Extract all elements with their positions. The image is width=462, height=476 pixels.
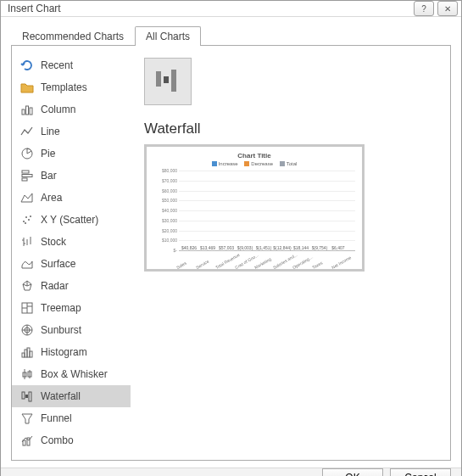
svg-rect-4 — [22, 171, 29, 173]
pie-icon — [20, 147, 34, 160]
sidebar-item-label: Sunburst — [41, 324, 81, 336]
sidebar-item-label: Stock — [41, 236, 66, 248]
histogram-icon — [20, 345, 34, 359]
sidebar-item-column[interactable]: Column — [12, 98, 131, 120]
sidebar-item-recent[interactable]: Recent — [12, 54, 131, 76]
sidebar-item-label: Radar — [41, 280, 69, 292]
bar-icon — [20, 169, 34, 182]
sidebar-item-area[interactable]: Area — [12, 187, 131, 209]
sidebar-item-label: Column — [41, 104, 75, 115]
dialog-content: Recent Templates Column Line Pie — [11, 46, 451, 461]
tab-all-charts[interactable]: All Charts — [135, 26, 201, 46]
svg-rect-45 — [171, 70, 176, 92]
sidebar-item-pie[interactable]: Pie — [12, 143, 131, 165]
scatter-icon — [20, 213, 34, 227]
svg-point-7 — [23, 221, 25, 222]
sidebar-item-scatter[interactable]: X Y (Scatter) — [12, 209, 131, 231]
sidebar-item-surface[interactable]: Surface — [12, 253, 131, 275]
waterfall-tile-icon — [153, 66, 183, 97]
chart-type-sidebar: Recent Templates Column Line Pie — [12, 46, 131, 460]
help-button[interactable]: ? — [414, 1, 434, 16]
sidebar-item-label: Templates — [41, 81, 87, 93]
sidebar-item-label: Bar — [41, 170, 57, 182]
combo-icon — [20, 434, 34, 447]
treemap-icon — [20, 301, 34, 315]
chart-plot-area: $- $10,000 $20,000 $30,000 $40,000 $50,0… — [179, 171, 355, 250]
ok-button[interactable]: OK — [322, 468, 383, 476]
tab-recommended-charts[interactable]: Recommended Charts — [11, 26, 135, 46]
sidebar-item-histogram[interactable]: Histogram — [12, 341, 131, 363]
radar-icon — [20, 279, 34, 293]
svg-rect-37 — [22, 392, 25, 399]
sidebar-item-waterfall[interactable]: Waterfall — [12, 385, 131, 407]
svg-rect-6 — [22, 178, 27, 181]
sidebar-item-label: Funnel — [41, 412, 72, 424]
sidebar-item-templates[interactable]: Templates — [12, 76, 131, 98]
svg-rect-43 — [156, 71, 161, 87]
title-bar: Insert Chart ? ✕ — [1, 1, 461, 17]
cancel-button[interactable]: Cancel — [390, 468, 451, 476]
sidebar-item-box-whisker[interactable]: Box & Whisker — [12, 363, 131, 385]
column-icon — [20, 103, 34, 116]
window-title: Insert Chart — [8, 3, 61, 14]
funnel-icon — [20, 412, 34, 425]
sidebar-item-label: Histogram — [41, 346, 87, 358]
sunburst-icon — [20, 323, 34, 337]
sidebar-item-label: Line — [41, 126, 60, 137]
templates-icon — [20, 81, 34, 94]
chart-subtype-waterfall[interactable] — [144, 58, 192, 105]
waterfall-icon — [20, 389, 34, 403]
sidebar-item-label: Area — [41, 192, 62, 204]
svg-rect-5 — [22, 175, 32, 177]
close-button[interactable]: ✕ — [437, 1, 458, 16]
svg-rect-32 — [30, 351, 32, 357]
line-icon — [20, 125, 34, 138]
svg-point-11 — [25, 222, 26, 224]
sidebar-item-label: Pie — [41, 148, 55, 160]
chart-type-title: Waterfall — [144, 120, 437, 137]
sidebar-item-label: X Y (Scatter) — [41, 214, 98, 226]
recent-icon — [20, 59, 34, 72]
sidebar-item-combo[interactable]: Combo — [12, 429, 131, 451]
surface-icon — [20, 257, 34, 271]
sidebar-item-label: Waterfall — [41, 390, 81, 402]
preview-legend: Increase Decrease Total — [153, 161, 355, 167]
preview-title: Chart Title — [153, 152, 355, 160]
sidebar-item-label: Recent — [41, 59, 73, 71]
svg-point-9 — [28, 219, 30, 221]
sidebar-item-label: Surface — [41, 258, 75, 270]
svg-rect-39 — [29, 392, 31, 401]
dialog-footer: OK Cancel — [1, 468, 461, 476]
svg-point-8 — [25, 216, 27, 218]
stock-icon — [20, 235, 34, 249]
close-icon: ✕ — [444, 4, 451, 14]
sidebar-item-treemap[interactable]: Treemap — [12, 297, 131, 319]
svg-rect-2 — [30, 108, 32, 115]
sidebar-item-sunburst[interactable]: Sunburst — [12, 319, 131, 341]
svg-rect-0 — [22, 109, 25, 115]
svg-rect-1 — [26, 106, 29, 115]
sidebar-item-radar[interactable]: Radar — [12, 275, 131, 297]
sidebar-item-label: Combo — [41, 434, 74, 446]
sidebar-item-bar[interactable]: Bar — [12, 165, 131, 187]
main-panel: Waterfall Chart Title Increase Decrease … — [131, 46, 450, 460]
chart-preview[interactable]: Chart Title Increase Decrease Total $- $… — [144, 144, 365, 272]
sidebar-item-funnel[interactable]: Funnel — [12, 407, 131, 429]
sidebar-item-label: Treemap — [41, 302, 81, 314]
area-icon — [20, 191, 34, 204]
box-whisker-icon — [20, 367, 34, 381]
svg-point-10 — [30, 216, 31, 217]
sidebar-item-label: Box & Whisker — [41, 368, 108, 380]
tab-strip: Recommended Charts All Charts — [11, 24, 451, 46]
svg-marker-40 — [22, 414, 32, 423]
question-icon: ? — [421, 4, 426, 14]
sidebar-item-line[interactable]: Line — [12, 120, 131, 143]
sidebar-item-stock[interactable]: Stock — [12, 231, 131, 253]
svg-rect-38 — [25, 395, 28, 398]
insert-chart-dialog: Insert Chart ? ✕ Recommended Charts All … — [0, 0, 462, 476]
svg-rect-44 — [164, 76, 169, 83]
x-axis-labels: Sales Service Total Revenue Cost of Goo…… — [175, 250, 352, 267]
